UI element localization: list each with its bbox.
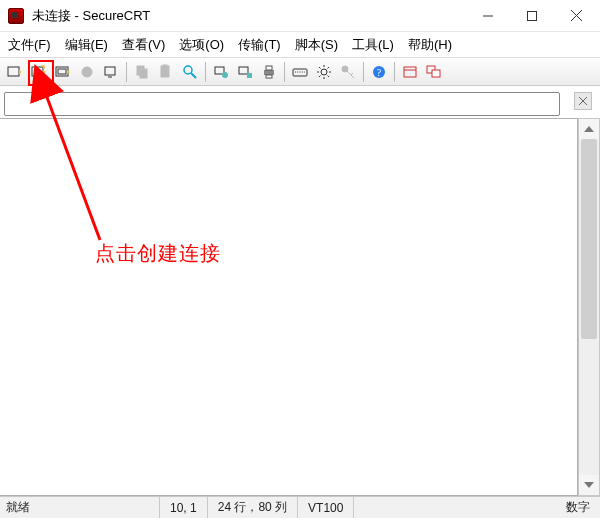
copy-button[interactable]: [131, 61, 153, 83]
menu-bar: 文件(F) 编辑(E) 查看(V) 选项(O) 传输(T) 脚本(S) 工具(L…: [0, 32, 600, 58]
toolbar-separator: [126, 62, 127, 82]
status-cursor: 10, 1: [160, 497, 208, 518]
reconnect-button[interactable]: [76, 61, 98, 83]
tab-bar[interactable]: [4, 92, 560, 116]
terminal-view[interactable]: [0, 118, 578, 496]
svg-rect-1: [528, 11, 537, 20]
keymap-button[interactable]: [289, 61, 311, 83]
menu-transfer[interactable]: 传输(T): [238, 36, 281, 54]
menu-edit[interactable]: 编辑(E): [65, 36, 108, 54]
scroll-down-button[interactable]: [579, 475, 599, 495]
svg-line-33: [319, 75, 321, 77]
print-button[interactable]: [258, 61, 280, 83]
settings-button[interactable]: [313, 61, 335, 83]
svg-rect-12: [140, 69, 147, 78]
svg-line-31: [319, 67, 321, 69]
scroll-up-button[interactable]: [579, 119, 599, 139]
toolbar-separator: [284, 62, 285, 82]
toolbar-separator: [394, 62, 395, 82]
svg-line-36: [347, 71, 354, 78]
content-area: [0, 118, 600, 496]
svg-rect-19: [239, 67, 248, 74]
scroll-track[interactable]: [579, 139, 599, 475]
key-button[interactable]: [337, 61, 359, 83]
menu-options[interactable]: 选项(O): [179, 36, 224, 54]
host-a-button[interactable]: [210, 61, 232, 83]
status-size: 24 行，80 列: [208, 497, 298, 518]
toolbar-separator: [363, 62, 364, 82]
svg-rect-43: [432, 70, 440, 77]
svg-rect-5: [32, 67, 43, 76]
svg-line-16: [191, 73, 196, 78]
svg-point-15: [184, 66, 192, 74]
svg-line-37: [351, 73, 353, 75]
svg-rect-21: [264, 70, 274, 75]
svg-rect-7: [58, 69, 66, 74]
window-b-button[interactable]: [423, 61, 445, 83]
disconnect-button[interactable]: [100, 61, 122, 83]
window-a-button[interactable]: [399, 61, 421, 83]
session-manager-button[interactable]: [52, 61, 74, 83]
svg-marker-47: [584, 482, 594, 488]
window-title: 未连接 - SecureCRT: [32, 7, 150, 25]
find-button[interactable]: [179, 61, 201, 83]
menu-view[interactable]: 查看(V): [122, 36, 165, 54]
title-bar: 未连接 - SecureCRT: [0, 0, 600, 32]
svg-rect-17: [215, 67, 224, 74]
toolbar-separator: [205, 62, 206, 82]
status-numlock: 数字: [556, 497, 600, 518]
new-session-button[interactable]: [28, 61, 50, 83]
svg-rect-14: [163, 65, 167, 67]
svg-point-8: [82, 67, 92, 77]
menu-file[interactable]: 文件(F): [8, 36, 51, 54]
minimize-button[interactable]: [466, 1, 510, 31]
svg-rect-20: [247, 73, 252, 78]
svg-line-32: [328, 75, 330, 77]
svg-rect-13: [161, 66, 169, 77]
svg-point-26: [321, 69, 327, 75]
menu-tools[interactable]: 工具(L): [352, 36, 394, 54]
svg-marker-46: [584, 126, 594, 132]
menu-help[interactable]: 帮助(H): [408, 36, 452, 54]
annotation-text: 点击创建连接: [95, 240, 221, 267]
tab-close-button[interactable]: [574, 92, 592, 110]
maximize-button[interactable]: [510, 1, 554, 31]
svg-rect-40: [404, 67, 416, 77]
svg-text:?: ?: [377, 67, 382, 78]
svg-rect-23: [266, 75, 272, 78]
svg-line-34: [328, 67, 330, 69]
status-ready: 就绪: [0, 497, 160, 518]
scroll-thumb[interactable]: [581, 139, 597, 339]
vertical-scrollbar[interactable]: [578, 118, 600, 496]
close-button[interactable]: [554, 1, 598, 31]
paste-button[interactable]: [155, 61, 177, 83]
menu-script[interactable]: 脚本(S): [295, 36, 338, 54]
status-term: VT100: [298, 497, 354, 518]
svg-point-18: [222, 72, 228, 78]
svg-rect-9: [105, 67, 115, 75]
app-icon: [8, 8, 24, 24]
help-button[interactable]: ?: [368, 61, 390, 83]
svg-rect-4: [8, 67, 19, 76]
svg-rect-22: [266, 66, 272, 70]
toolbar: ?: [0, 58, 600, 86]
status-bar: 就绪 10, 1 24 行，80 列 VT100 数字: [0, 496, 600, 518]
quick-connect-button[interactable]: [4, 61, 26, 83]
host-b-button[interactable]: [234, 61, 256, 83]
